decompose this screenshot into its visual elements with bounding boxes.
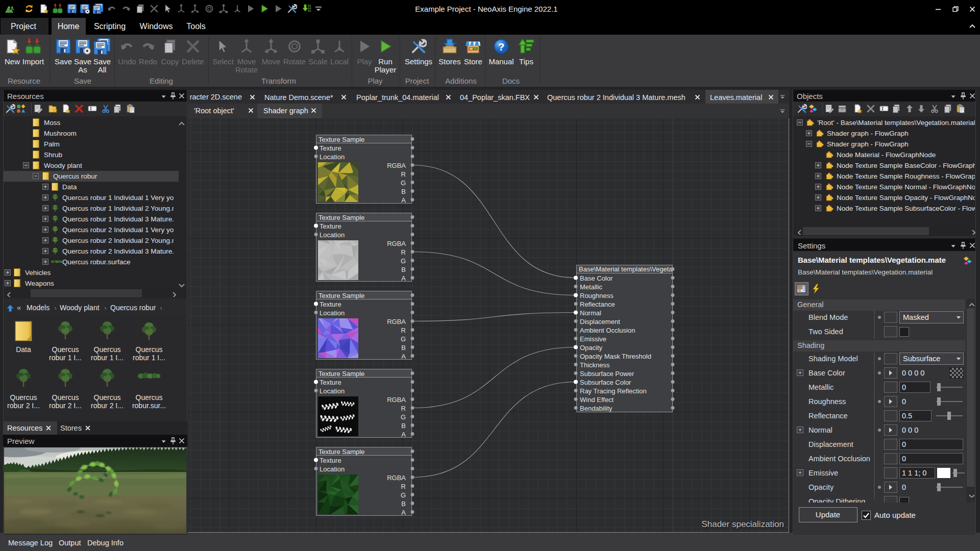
- svg-text:?: ?: [498, 41, 505, 53]
- svg-text:01: 01: [308, 9, 311, 13]
